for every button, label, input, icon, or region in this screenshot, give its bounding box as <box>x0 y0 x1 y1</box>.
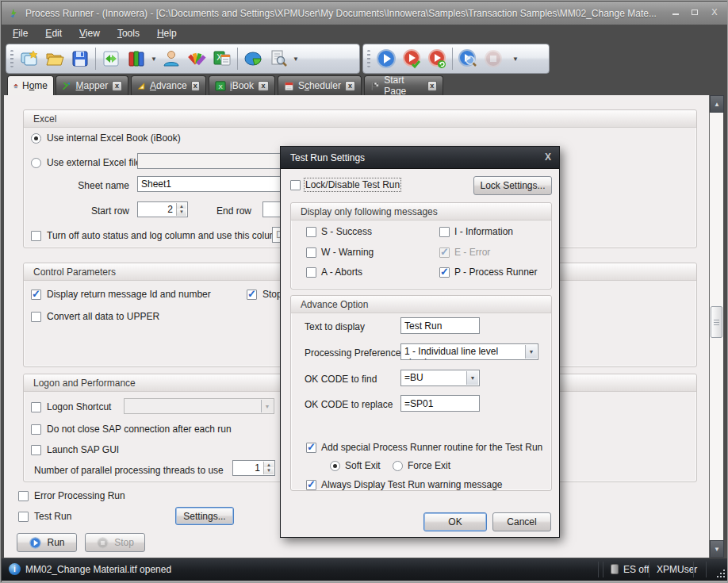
error-processing-label: Error Processing Run <box>34 490 125 501</box>
aborts-checkbox[interactable] <box>306 267 316 278</box>
special-routine-checkbox[interactable]: ✓ <box>306 443 316 453</box>
test-run-checkbox[interactable] <box>18 512 29 522</box>
logon-shortcut-combobox: ▼ <box>124 398 274 414</box>
tab-home[interactable]: Home <box>7 75 54 95</box>
scroll-down-button[interactable]: ▼ <box>710 540 724 558</box>
toolbar-overflow-arrow[interactable]: ▼ <box>512 56 519 63</box>
tab-scheduler[interactable]: Scheduler x <box>278 75 362 95</box>
minimize-button[interactable] <box>669 6 683 18</box>
menu-tools[interactable]: Tools <box>114 26 143 40</box>
text-to-display-input[interactable] <box>400 317 480 334</box>
tab-ibook[interactable]: X iBook x <box>209 75 275 95</box>
run-refresh-icon <box>426 48 448 70</box>
auto-status-checkbox[interactable] <box>31 231 41 241</box>
convert-upper-checkbox[interactable] <box>31 312 41 322</box>
run-with-check-button[interactable] <box>399 46 424 71</box>
lock-settings-button[interactable]: Lock Settings... <box>473 176 552 195</box>
tab-start-page[interactable]: Start Page x <box>364 75 443 95</box>
warning-label: W - Warning <box>321 247 374 258</box>
dialog-close-icon[interactable]: X <box>545 152 551 163</box>
soft-exit-radio[interactable] <box>330 461 340 471</box>
start-page-flag-icon <box>370 81 380 91</box>
scroll-up-button[interactable]: ▲ <box>710 95 724 113</box>
cancel-button[interactable]: Cancel <box>492 512 551 531</box>
dialog-title-bar[interactable]: Test Run Settings X <box>281 147 559 169</box>
information-checkbox[interactable] <box>439 227 450 237</box>
menu-file[interactable]: File <box>10 26 31 40</box>
okcode-find-combobox[interactable]: =BU▼ <box>400 370 480 386</box>
process-runner-checkbox[interactable]: ✓ <box>439 267 450 278</box>
run-check-icon <box>400 48 423 70</box>
tab-close-icon[interactable]: x <box>191 81 200 91</box>
palette-icon <box>186 48 207 69</box>
books-dropdown-arrow[interactable]: ▼ <box>151 56 157 63</box>
start-row-stepper[interactable]: 2▲▼ <box>137 201 188 217</box>
keep-connection-checkbox[interactable] <box>31 424 41 435</box>
minimize-icon <box>672 7 679 15</box>
menu-view[interactable]: View <box>76 26 103 40</box>
settings-button[interactable]: Settings... <box>175 507 234 525</box>
run-refresh-button[interactable] <box>424 46 450 71</box>
internal-ibook-label: Use internal Excel Book (iBook) <box>47 132 181 144</box>
convert-upper-label: Convert all data to UPPER <box>47 311 159 322</box>
tab-close-icon[interactable]: x <box>427 81 437 91</box>
maximize-button[interactable] <box>688 6 702 18</box>
end-row-label: End row <box>216 205 251 217</box>
stop-checkbox[interactable]: ✓ <box>247 290 257 300</box>
run-button[interactable]: Run <box>17 533 77 552</box>
warning-checkbox[interactable] <box>306 247 316 258</box>
error-processing-checkbox[interactable] <box>18 491 29 501</box>
test-run-settings-dialog: Test Run Settings X Lock/Disable Test Ru… <box>280 146 560 538</box>
success-checkbox[interactable] <box>306 227 316 237</box>
toolbar-grip[interactable] <box>10 50 13 67</box>
menu-edit[interactable]: Edit <box>42 26 65 40</box>
print-preview-icon <box>268 48 289 69</box>
toolbar-grip[interactable] <box>367 50 370 67</box>
books-icon <box>126 48 147 69</box>
tab-mapper[interactable]: Mapper x <box>56 75 128 95</box>
tab-close-icon[interactable]: x <box>112 81 122 91</box>
ok-button[interactable]: OK <box>423 512 487 531</box>
open-button[interactable] <box>42 46 67 71</box>
close-button[interactable]: X <box>707 6 722 18</box>
okcode-replace-input[interactable] <box>400 395 480 412</box>
info-icon: i <box>9 563 21 575</box>
tab-close-icon[interactable]: x <box>345 81 355 91</box>
tab-label: Scheduler <box>298 80 341 91</box>
tab-advance[interactable]: Advance x <box>131 75 206 95</box>
ibook-icon: X <box>215 81 226 91</box>
always-warning-checkbox[interactable]: ✓ <box>306 480 316 490</box>
ibooks-button[interactable] <box>124 46 149 71</box>
launch-sapgui-checkbox[interactable] <box>31 445 41 455</box>
internal-ibook-radio[interactable] <box>31 133 41 144</box>
processing-preference-combobox[interactable]: 1 - Individual line level check▼ <box>400 343 538 360</box>
run-button-toolbar[interactable] <box>374 46 399 71</box>
logon-shortcut-checkbox[interactable] <box>31 402 41 412</box>
toolbar-separator <box>452 48 453 70</box>
preview-button[interactable] <box>266 46 291 71</box>
menu-help[interactable]: Help <box>154 26 180 40</box>
theme-button[interactable] <box>184 46 209 71</box>
force-exit-radio[interactable] <box>393 461 403 471</box>
arrow-down-icon: ▼ <box>714 546 720 553</box>
tab-close-icon[interactable]: x <box>258 81 269 91</box>
transaction-button[interactable] <box>98 46 124 71</box>
threads-stepper[interactable]: 1▲▼ <box>232 460 275 476</box>
save-button[interactable] <box>67 46 93 71</box>
resize-grip[interactable] <box>715 568 725 577</box>
excel-ibook-button[interactable]: X <box>209 46 235 71</box>
okcode-find-label: OK CODE to find <box>305 374 377 385</box>
chart-button[interactable] <box>240 46 266 71</box>
title-bar[interactable]: Process Runner - (Innowera) - [C:\Docume… <box>2 2 728 25</box>
vertical-scrollbar[interactable]: ▲ ▼ <box>709 95 723 558</box>
display-message-checkbox[interactable]: ✓ <box>31 290 41 300</box>
user-icon <box>161 48 182 69</box>
user-button[interactable] <box>159 46 184 71</box>
lock-disable-checkbox[interactable] <box>290 180 301 190</box>
scrollbar-thumb[interactable] <box>711 306 722 338</box>
external-file-radio[interactable] <box>31 158 41 168</box>
start-row-label: Start row <box>33 205 129 217</box>
preview-dropdown-arrow[interactable]: ▼ <box>293 56 299 63</box>
run-preview-button[interactable] <box>455 46 481 71</box>
new-button[interactable] <box>17 46 42 71</box>
